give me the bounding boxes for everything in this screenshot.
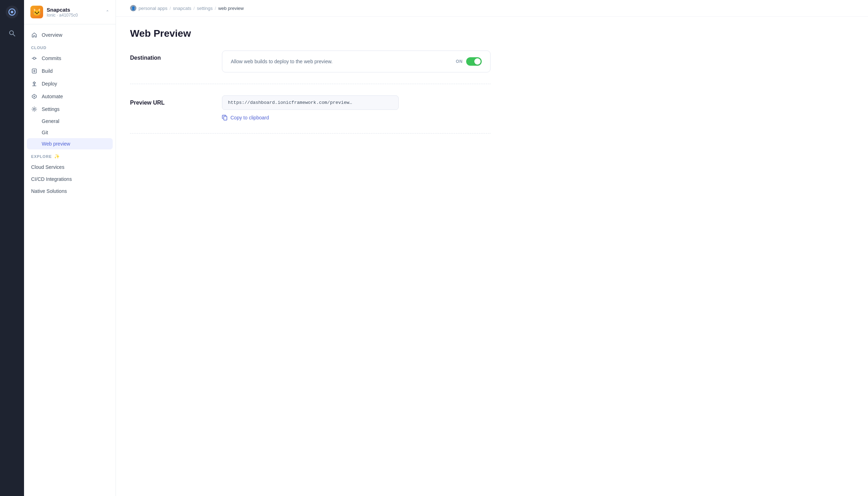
sidebar-sub-web-preview-label: Web preview: [42, 141, 70, 147]
sidebar-sub-git[interactable]: Git: [24, 127, 116, 138]
sidebar-item-cloud-services[interactable]: Cloud Services: [24, 161, 116, 173]
copy-label: Copy to clipboard: [230, 115, 269, 120]
cicd-label: CI/CD Integrations: [31, 176, 72, 182]
copy-to-clipboard-button[interactable]: Copy to clipboard: [222, 115, 269, 120]
search-icon[interactable]: [6, 27, 18, 40]
destination-toggle-text: Allow web builds to deploy to the web pr…: [231, 59, 333, 64]
breadcrumb-snapcats[interactable]: snapcats: [173, 6, 191, 11]
explore-section-label: EXPLORE ✨: [24, 149, 116, 161]
preview-url-label: Preview URL: [130, 95, 208, 106]
sidebar-sub-general[interactable]: General: [24, 116, 116, 127]
sidebar-item-overview[interactable]: Overview: [24, 29, 116, 41]
icon-bar: [0, 0, 24, 496]
explore-sparkle-icon: ✨: [54, 154, 60, 159]
cloud-services-label: Cloud Services: [31, 164, 64, 170]
svg-rect-10: [224, 116, 227, 120]
app-name: Snapcats: [47, 7, 102, 13]
toggle-right: ON: [456, 57, 482, 66]
sidebar-item-settings-label: Settings: [42, 106, 60, 112]
sidebar-item-commits-label: Commits: [42, 55, 61, 61]
sidebar-sub-general-label: General: [42, 118, 59, 124]
svg-point-1: [11, 11, 13, 13]
svg-line-3: [13, 34, 15, 36]
destination-toggle-card: Allow web builds to deploy to the web pr…: [222, 51, 491, 72]
main-content: 👤 personal apps / snapcats / settings / …: [116, 0, 868, 496]
sidebar-item-build[interactable]: Build: [24, 65, 116, 77]
preview-url-section: Preview URL https://dashboard.ionicframe…: [130, 95, 491, 122]
sidebar: 🐱 Snapcats Ionic · a41075c0 ⌃ Overview C…: [24, 0, 116, 496]
home-icon: [31, 32, 37, 38]
section-divider-2: [130, 133, 491, 134]
section-divider-1: [130, 84, 491, 84]
app-sub: Ionic · a41075c0: [47, 13, 102, 18]
destination-section: Destination Allow web builds to deploy t…: [130, 51, 491, 72]
sidebar-item-cicd[interactable]: CI/CD Integrations: [24, 173, 116, 185]
destination-toggle-switch[interactable]: [466, 57, 482, 66]
page-title: Web Preview: [130, 28, 491, 39]
breadcrumb-settings[interactable]: settings: [197, 6, 213, 11]
sidebar-nav: Overview CLOUD Commits: [24, 24, 116, 201]
user-avatar-icon: 👤: [130, 5, 136, 11]
sidebar-item-automate[interactable]: Automate: [24, 90, 116, 103]
settings-icon: [31, 106, 37, 112]
sidebar-item-overview-label: Overview: [42, 32, 62, 38]
preview-url-control: https://dashboard.ionicframework.com/pre…: [222, 95, 491, 122]
breadcrumb-sep-3: /: [215, 6, 216, 11]
page-content-area: Web Preview Destination Allow web builds…: [116, 17, 505, 156]
chevron-down-icon: ⌃: [106, 10, 109, 14]
breadcrumb-current: web preview: [218, 6, 244, 11]
sidebar-app-header[interactable]: 🐱 Snapcats Ionic · a41075c0 ⌃: [24, 0, 116, 24]
sidebar-item-commits[interactable]: Commits: [24, 52, 116, 65]
sidebar-item-automate-label: Automate: [42, 94, 63, 99]
sidebar-item-deploy-label: Deploy: [42, 81, 57, 87]
build-icon: [31, 68, 37, 74]
destination-control: Allow web builds to deploy to the web pr…: [222, 51, 491, 72]
breadcrumb-sep-1: /: [170, 6, 171, 11]
toggle-on-label: ON: [456, 59, 463, 64]
breadcrumb-personal-apps[interactable]: personal apps: [139, 6, 168, 11]
sidebar-sub-web-preview[interactable]: Web preview: [27, 138, 113, 149]
clipboard-icon: [222, 115, 228, 120]
native-label: Native Solutions: [31, 188, 67, 194]
svg-point-9: [34, 108, 35, 110]
commits-icon: [31, 55, 37, 61]
cloud-section-label: CLOUD: [24, 41, 116, 52]
sidebar-item-settings[interactable]: Settings: [24, 103, 116, 116]
sidebar-item-deploy[interactable]: Deploy: [24, 77, 116, 90]
svg-point-4: [33, 57, 35, 59]
app-icon: 🐱: [30, 6, 43, 18]
breadcrumb: 👤 personal apps / snapcats / settings / …: [116, 0, 868, 17]
deploy-icon: [31, 81, 37, 87]
sidebar-sub-git-label: Git: [42, 130, 48, 135]
sidebar-item-build-label: Build: [42, 68, 53, 74]
breadcrumb-sep-2: /: [193, 6, 195, 11]
preview-url-value: https://dashboard.ionicframework.com/pre…: [222, 95, 399, 110]
sidebar-item-native[interactable]: Native Solutions: [24, 185, 116, 197]
destination-label: Destination: [130, 51, 208, 61]
app-logo[interactable]: [6, 6, 18, 18]
automate-icon: [31, 93, 37, 100]
